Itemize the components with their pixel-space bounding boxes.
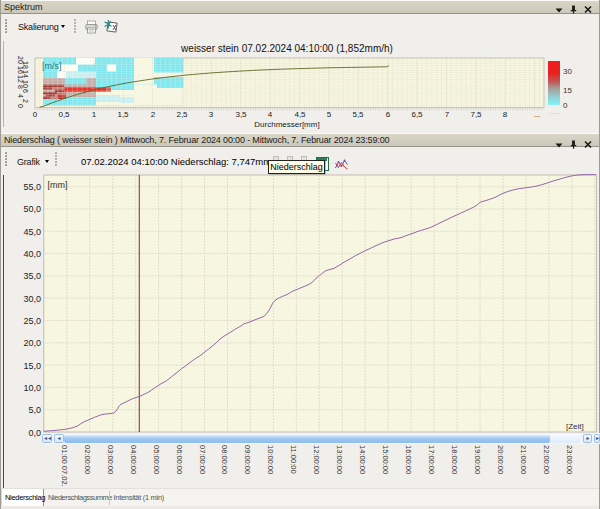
svg-text:[Zeit]: [Zeit] bbox=[566, 422, 584, 431]
svg-text:[mm]: [mm] bbox=[48, 180, 68, 190]
